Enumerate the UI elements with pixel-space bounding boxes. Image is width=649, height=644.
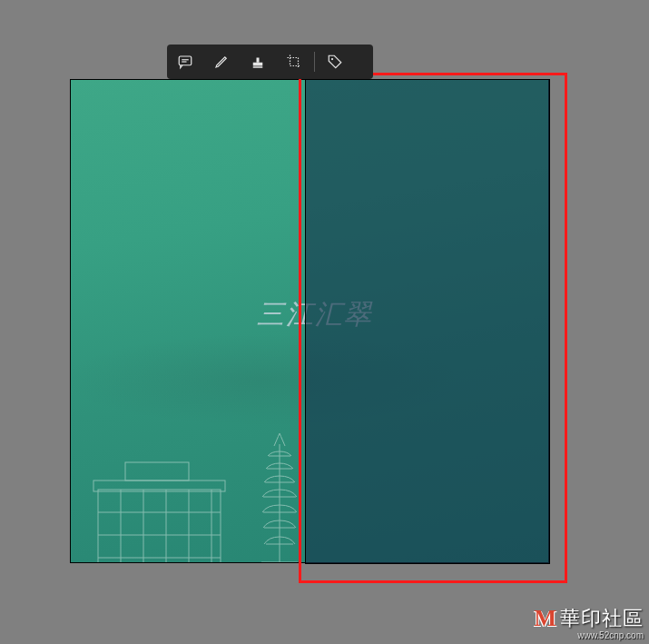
svg-rect-3 <box>253 63 263 66</box>
stamp-tool[interactable] <box>240 45 276 79</box>
tag-icon <box>327 54 343 70</box>
svg-point-6 <box>331 58 333 60</box>
crop-tool[interactable] <box>276 45 312 79</box>
editor-stage: 三江汇翠 <box>0 0 649 644</box>
draw-tool[interactable] <box>203 45 240 79</box>
comment-tool[interactable] <box>167 45 203 79</box>
crop-icon <box>286 54 302 70</box>
stamp-icon <box>250 54 266 70</box>
selection-overlay[interactable] <box>305 79 550 564</box>
toolbar-divider <box>314 52 315 72</box>
tag-tool[interactable] <box>317 45 353 79</box>
comment-icon <box>177 54 193 70</box>
toolbar <box>167 45 373 79</box>
svg-rect-4 <box>257 58 260 63</box>
pencil-icon <box>213 54 230 70</box>
svg-rect-7 <box>98 490 221 562</box>
svg-rect-5 <box>253 66 263 68</box>
svg-rect-17 <box>125 462 189 481</box>
watermark-logo: M <box>534 605 556 632</box>
watermark: M 華印社區 www.52cnp.com <box>534 605 644 640</box>
watermark-brand: 華印社區 <box>560 605 644 632</box>
svg-rect-0 <box>179 56 192 65</box>
